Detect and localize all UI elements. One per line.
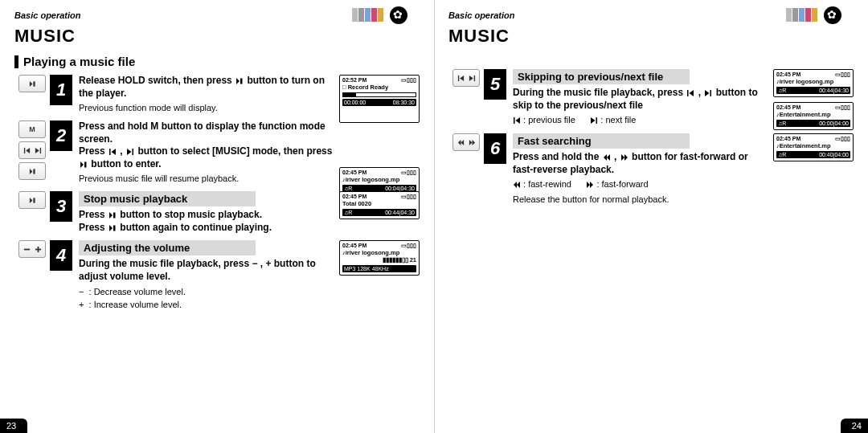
- step4-title: Adjusting the volume: [79, 240, 256, 255]
- playstop-button-icon: [18, 191, 46, 209]
- step3-line1: Press button to stop music playback.: [79, 209, 335, 222]
- next-icon: [126, 148, 134, 156]
- step1-sub: Previous function mode will display.: [79, 102, 335, 114]
- prev-icon: [513, 116, 521, 125]
- step1-lead: Release HOLD switch, then press button t…: [79, 75, 335, 100]
- step4-legend: − : Decrease volume level. + : Increase …: [79, 286, 335, 312]
- section-heading: Playing a music file: [14, 55, 420, 68]
- playstop-icon: [235, 77, 244, 85]
- step-6: 6 Fast searching Press and hold the , bu…: [448, 133, 854, 206]
- step-4: 4 Adjusting the volume During the music …: [14, 240, 420, 311]
- step2-lead-a: Press and hold M button to display the f…: [79, 121, 335, 145]
- step-number: 6: [484, 133, 506, 164]
- prev-icon: [108, 148, 117, 156]
- page-number-right: 24: [841, 419, 868, 433]
- m-button-icon: M: [18, 121, 46, 138]
- volume-button-icon: [18, 240, 46, 258]
- next-icon: [704, 89, 712, 97]
- page-left: Basic operation MUSIC Playing a music fi…: [0, 0, 434, 433]
- color-strip-decor: [352, 8, 383, 22]
- lcd-screen-3: 02:45 PM▭▯▯▯ Total 0020 ♫R00:44|04:30: [339, 191, 420, 219]
- step6-legend: : fast-rewind : fast-forward: [513, 178, 769, 191]
- step5-title: Skipping to previous/next file: [513, 69, 690, 84]
- document-spread: Basic operation MUSIC Playing a music fi…: [0, 0, 868, 433]
- flower-icon: [390, 6, 407, 24]
- ff-icon: [586, 181, 594, 189]
- lcd-screen-5a: 02:45 PM▭▯▯▯ ♪iriver logosong.mp ♫R00:44…: [773, 69, 854, 97]
- step4-line: During the music file playback, press − …: [79, 258, 335, 283]
- step2-lead-b: Press , button to select [MUSIC] mode, t…: [79, 145, 335, 170]
- playstop-icon: [80, 161, 88, 169]
- step-5: 5 Skipping to previous/next file During …: [448, 69, 854, 127]
- header-basic-operation: Basic operation: [448, 10, 515, 20]
- prev-next-button-icon: [452, 69, 480, 87]
- next-icon: [590, 116, 598, 125]
- page-title: MUSIC: [14, 26, 420, 47]
- step-number: 1: [50, 75, 72, 105]
- page-number-left: 23: [0, 419, 27, 433]
- step-1: 1 Release HOLD switch, then press button…: [14, 75, 420, 114]
- step6-line: Press and hold the , button for fast-for…: [513, 151, 769, 176]
- step-3: 3 Stop music playback Press button to st…: [14, 191, 420, 234]
- lcd-screen-4: 02:45 PM▭▯▯▯ ♪iriver logosong.mp ▮▮▮▮▮▮▯…: [339, 240, 420, 276]
- header-basic-operation: Basic operation: [14, 10, 81, 20]
- step5-legend: : previous file : next file: [513, 114, 769, 127]
- step5-line: During the music file playback, press , …: [513, 87, 769, 112]
- ff-icon: [620, 153, 628, 161]
- playstop-icon: [108, 224, 117, 232]
- playstop-button-icon: [18, 75, 46, 92]
- lcd-screen-1: 02:52 PM▭▯▯▯ □ Record Ready 00:00:0008:3…: [339, 75, 420, 123]
- step3-line2: Press button again to continue playing.: [79, 222, 335, 235]
- rew-icon: [513, 181, 521, 189]
- section-title: Playing a music file: [23, 55, 135, 68]
- step-number: 2: [50, 121, 72, 151]
- rew-icon: [603, 153, 611, 161]
- page-right: Basic operation MUSIC 5 Skipping to prev…: [434, 0, 868, 433]
- prev-next-button-icon: [18, 141, 46, 159]
- rewind-forward-button-icon: [452, 133, 480, 151]
- step6-title: Fast searching: [513, 133, 690, 149]
- playstop-icon: [108, 211, 117, 219]
- step6-sub: Release the button for normal playback.: [513, 194, 769, 206]
- page-title: MUSIC: [448, 26, 854, 47]
- step3-title: Stop music playback: [79, 191, 256, 206]
- prev-icon: [686, 89, 694, 97]
- step-2: M 2 Press and hold M button to display t…: [14, 121, 420, 185]
- lcd-screen-5b: 02:45 PM▭▯▯▯ ♪Entertainment.mp ♫R00:00|0…: [773, 102, 854, 130]
- step-number: 5: [484, 69, 506, 100]
- flower-icon: [824, 6, 841, 24]
- playstop-button-icon: [18, 162, 46, 180]
- color-strip-decor: [786, 8, 817, 22]
- lcd-screen-6: 02:45 PM▭▯▯▯ ♪Entertainment.mp ♫R00:40|0…: [773, 133, 854, 161]
- step2-sub: Previous music file will resume playback…: [79, 173, 335, 185]
- step-number: 4: [50, 240, 72, 271]
- step-number: 3: [50, 191, 72, 222]
